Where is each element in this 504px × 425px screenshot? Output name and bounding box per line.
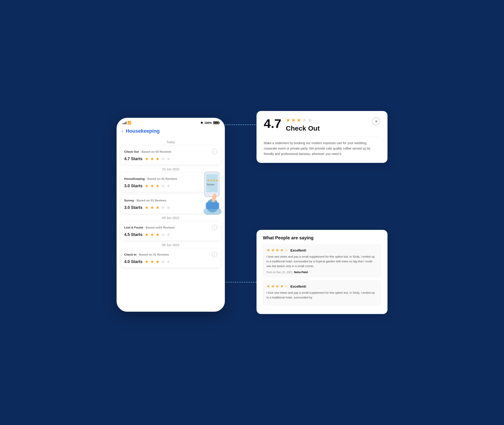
date-label-today: Today <box>121 140 221 144</box>
reviews-panel-title: What People are saying <box>263 235 381 240</box>
star-5: ★ <box>166 232 170 237</box>
star-1: ★ <box>145 156 149 161</box>
star-3: ★ <box>156 232 160 237</box>
detail-star-5: ★ <box>307 117 312 123</box>
phone-header: ‹ Housekeeping <box>117 126 225 138</box>
detail-title: Check Out <box>286 125 368 132</box>
star-1: ★ <box>145 259 149 264</box>
rating-label-survey: 3.0 Starts <box>124 205 143 210</box>
review-author-1: Neha Patel <box>294 271 308 274</box>
date-label-jun09: 09 Jun 2022 <box>121 216 221 220</box>
rev2-star-1: ★ <box>266 284 270 289</box>
star-1: ★ <box>145 232 149 237</box>
review-item-stars-1: ★ ★ ★ ★ ☆ Excellent! <box>266 248 378 253</box>
review-item-meta-1: Post on Dec 22, 2021 Neha Patel <box>266 271 378 274</box>
rev-star-half: ☆ <box>285 248 288 253</box>
rev2-star-half: ☆ <box>285 284 288 289</box>
rating-label-lf: 4.5 Starts <box>124 232 143 237</box>
detail-rating-number: 4.7 <box>264 117 281 130</box>
page-title: Housekeeping <box>126 128 160 134</box>
review-item-label-1: Excellent! <box>290 248 306 252</box>
detail-star-3: ★ <box>297 117 301 123</box>
review-item-text-1: I love sea views and pay a small supplem… <box>266 254 378 268</box>
info-button-checkout[interactable]: i <box>212 149 217 154</box>
star-1: ★ <box>145 183 149 189</box>
star-2: ★ <box>150 205 154 210</box>
svg-rect-6 <box>206 202 219 209</box>
info-button-ci[interactable]: i <box>212 252 217 257</box>
rating-label-checkout: 4.7 Starts <box>124 157 143 161</box>
svg-text:★★★★: ★★★★ <box>207 179 218 182</box>
star-4: ★ <box>161 205 165 210</box>
star-4: ★ <box>161 183 165 189</box>
review-card-checkin[interactable]: Check In - Based on 01 Reviews i 4.0 Sta… <box>121 249 221 267</box>
star-2: ★ <box>150 259 154 264</box>
stars-row-lf: 4.5 Starts ★ ★ ★ ★ ★ <box>124 232 217 237</box>
star-3: ★ <box>156 183 160 189</box>
back-button[interactable]: ‹ <box>122 129 123 134</box>
detail-card-header: 4.7 ★ ★ ★ ★ ★ Check Out ✕ <box>264 117 380 132</box>
rev2-star-4: ★ <box>280 284 284 289</box>
detail-star-2: ★ <box>291 117 296 123</box>
review-item-label-2: Excellent! <box>290 285 306 288</box>
review-card-title-ci: Check In - Based on 01 Reviews <box>124 253 169 256</box>
rating-label-ci: 4.0 Starts <box>124 259 143 264</box>
star-2: ★ <box>150 232 154 237</box>
svg-text:Review: Review <box>207 183 215 186</box>
battery-icon <box>213 121 219 124</box>
star-2: ★ <box>150 156 154 161</box>
review-card-checkout[interactable]: Check Out - Based on 03 Reviews i 4.7 St… <box>121 146 221 165</box>
review-card-header-lf: Lost & Found - Based on03 Reviews i <box>124 225 217 230</box>
review-item-1: ★ ★ ★ ★ ☆ Excellent! I love sea views an… <box>263 244 381 278</box>
phone-content: Today Check Out - Based on 03 Reviews i … <box>117 138 225 311</box>
detail-divider <box>264 137 380 137</box>
battery-percent: 100% <box>204 121 212 125</box>
stars-row-checkout: 4.7 Starts ★ ★ ★ ★ ★ <box>124 156 217 161</box>
star-4: ★ <box>161 259 165 264</box>
review-card-title-survey: Survey - Based on 01 Reviews <box>124 199 166 202</box>
detail-stars: ★ ★ ★ ★ ★ <box>286 117 368 123</box>
status-left: 📶 <box>123 121 131 125</box>
detail-right: ★ ★ ★ ★ ★ Check Out <box>286 117 368 132</box>
battery-fill <box>214 122 218 124</box>
star-1: ★ <box>145 205 149 210</box>
review-card-header-ci: Check In - Based on 01 Reviews i <box>124 252 217 257</box>
rev-star-2: ★ <box>271 248 275 253</box>
star-4: ★ <box>161 156 165 161</box>
rev2-star-3: ★ <box>275 284 279 289</box>
hand-illustration: ★★★★ Review <box>193 170 229 215</box>
detail-star-1: ★ <box>286 117 290 123</box>
rev-star-1: ★ <box>266 248 270 253</box>
stars-row-ci: 4.0 Starts ★ ★ ★ ★ ★ <box>124 259 217 264</box>
review-card-title: Check Out - Based on 03 Reviews <box>124 150 171 153</box>
rev2-star-2: ★ <box>271 284 275 289</box>
rev-star-3: ★ <box>275 248 279 253</box>
star-5: ★ <box>166 259 170 264</box>
rating-label-hk: 3.0 Starts <box>124 184 143 188</box>
close-button[interactable]: ✕ <box>372 117 380 126</box>
star-3: ★ <box>156 205 160 210</box>
star-5: ★ <box>166 156 170 161</box>
reviews-panel: What People are saying ★ ★ ★ ★ ☆ Excelle… <box>257 230 388 314</box>
review-card-title-hk: HouseKeeping - Based on 01 Reviews <box>124 177 177 180</box>
review-card-title-lf: Lost & Found - Based on03 Reviews <box>124 226 175 229</box>
status-right: ✱ 100% <box>201 121 219 125</box>
scene: 📶 ✱ 100% ‹ Housekeeping Today <box>116 111 388 314</box>
rev-star-4: ★ <box>280 248 284 253</box>
detail-description: Make a statement by booking our modern e… <box>264 140 380 157</box>
wifi-icon: 📶 <box>127 121 131 125</box>
bluetooth-icon: ✱ <box>201 121 203 125</box>
review-card-header: Check Out - Based on 03 Reviews i <box>124 149 217 154</box>
svg-rect-1 <box>206 174 218 192</box>
star-5: ★ <box>166 183 170 189</box>
review-item-text-2: I love sea views and pay a small supplem… <box>266 291 378 300</box>
review-card-lostfound[interactable]: Lost & Found - Based on03 Reviews i 4.5 … <box>121 221 221 240</box>
star-3: ★ <box>156 156 160 161</box>
detail-star-4: ★ <box>302 117 307 123</box>
info-button-lf[interactable]: i <box>212 225 217 230</box>
star-4: ★ <box>161 232 165 237</box>
star-3: ★ <box>156 259 160 264</box>
detail-card: 4.7 ★ ★ ★ ★ ★ Check Out ✕ Make a stateme… <box>257 111 388 163</box>
status-bar: 📶 ✱ 100% <box>117 118 225 126</box>
review-item-2: ★ ★ ★ ★ ☆ Excellent! I love sea views an… <box>263 280 381 306</box>
